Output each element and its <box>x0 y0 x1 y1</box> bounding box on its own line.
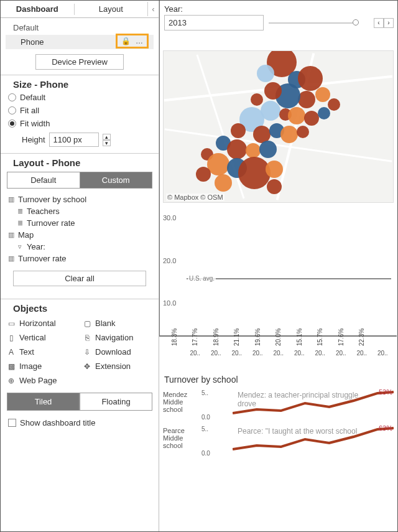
size-title: Size - Phone <box>7 75 152 91</box>
clear-all-button[interactable]: Clear all <box>13 271 146 286</box>
slider-thumb[interactable] <box>353 19 359 26</box>
objects-title: Objects <box>7 299 152 315</box>
vertical-icon: ▯ <box>7 334 16 342</box>
year-next-button[interactable]: › <box>384 18 394 28</box>
tree-turnover-by-school[interactable]: ▥Turnover by school <box>7 194 152 205</box>
map-bubble[interactable] <box>264 82 282 100</box>
tree-turnover-rate-1[interactable]: ≣Turnover rate <box>7 217 152 229</box>
layout-seg-custom[interactable]: Custom <box>80 172 153 189</box>
tiled-button[interactable]: Tiled <box>7 393 80 411</box>
school-mini-axis: 5..0.0 <box>201 388 233 422</box>
show-title-label: Show dashboard title <box>20 418 95 427</box>
school-sparkline: Mendez: a teacher-principal struggle dro… <box>233 388 394 422</box>
school-row[interactable]: Pearce Middle school5..0.0Pearce: "I tau… <box>163 424 394 458</box>
size-opt-fitall-label: Fit all <box>20 106 39 115</box>
map-bubble[interactable] <box>257 65 274 82</box>
checkbox-icon <box>8 419 16 427</box>
tab-layout[interactable]: Layout <box>75 1 148 17</box>
layout-seg-default[interactable]: Default <box>7 172 80 189</box>
text-icon: A <box>7 348 16 357</box>
obj-image[interactable]: ▩Image <box>7 360 76 372</box>
bar-x-label: 20.. <box>228 346 246 357</box>
map-bubble[interactable] <box>267 179 282 194</box>
map-bubble[interactable] <box>251 93 263 106</box>
map-bubble[interactable] <box>259 141 277 158</box>
obj-text[interactable]: AText <box>7 346 76 358</box>
tab-dashboard[interactable]: Dashboard <box>1 1 74 17</box>
step-down-icon[interactable]: ▾ <box>103 140 111 146</box>
map-bubble[interactable] <box>304 111 319 126</box>
obj-label: Text <box>19 347 34 357</box>
map-bubble[interactable] <box>246 143 261 158</box>
map-bubble[interactable] <box>297 126 309 138</box>
tree-turnover-rate-2[interactable]: ▥Turnover rate <box>7 253 152 264</box>
year-label: Year: <box>164 4 394 14</box>
device-default[interactable]: Default <box>6 21 154 35</box>
map-bubble[interactable] <box>231 123 246 138</box>
map-bubble[interactable] <box>227 139 247 159</box>
map-bubble[interactable] <box>238 157 271 189</box>
bar-value-label: 20.0% <box>275 329 282 346</box>
list-icon: ≣ <box>16 207 24 215</box>
device-phone[interactable]: Phone 🔒 … <box>6 35 154 49</box>
collapse-pane-button[interactable]: ‹ <box>147 2 159 16</box>
map-bubble[interactable] <box>288 107 305 124</box>
obj-vertical[interactable]: ▯Vertical <box>7 332 76 343</box>
size-opt-default[interactable]: Default <box>7 91 152 104</box>
more-icon[interactable]: … <box>136 37 143 45</box>
size-opt-fitwidth[interactable]: Fit width <box>7 117 152 130</box>
layout-title: Layout - Phone <box>7 154 152 169</box>
school-row[interactable]: Mendez Middle school5..0.0Mendez: a teac… <box>163 388 394 422</box>
bar-x-label: 20.. <box>208 346 225 357</box>
map-bubble[interactable] <box>280 126 298 143</box>
obj-horizontal[interactable]: ▭Horizontal <box>7 317 76 329</box>
map-attribution: © Mapbox © OSM <box>166 194 224 201</box>
map-bubble[interactable] <box>318 107 330 119</box>
school-name: Mendez Middle school <box>163 388 201 422</box>
turnover-title: Turnover by school <box>164 375 394 385</box>
school-value: 53% <box>379 388 392 396</box>
bar-x-label: 20.. <box>312 346 329 357</box>
obj-download[interactable]: ⇩Download <box>83 346 152 358</box>
map-bubble[interactable] <box>328 98 340 111</box>
step-up-icon[interactable]: ▴ <box>103 134 111 140</box>
size-opt-fitall[interactable]: Fit all <box>7 104 152 117</box>
navigation-icon: ⎘ <box>83 334 91 342</box>
obj-extension[interactable]: ✥Extension <box>83 360 152 372</box>
obj-blank[interactable]: ▢Blank <box>83 317 152 329</box>
year-slider[interactable] <box>269 21 369 26</box>
map-bubble[interactable] <box>298 66 323 91</box>
map-bubble[interactable] <box>266 161 283 178</box>
obj-label: Download <box>95 347 131 357</box>
worksheet-icon: ▥ <box>7 195 16 203</box>
bar-x-label: 20.. <box>353 346 371 357</box>
tree-teachers[interactable]: ≣Teachers <box>7 205 152 217</box>
year-input[interactable]: 2013 <box>164 15 264 30</box>
show-title-checkbox[interactable]: Show dashboard title <box>7 416 152 430</box>
bar-x-label: 20.. <box>374 346 392 357</box>
height-stepper[interactable]: ▴▾ <box>103 134 111 146</box>
map-bubble[interactable] <box>196 167 211 182</box>
filter-icon: ▿ <box>16 243 24 251</box>
tree-label: Map <box>18 230 34 240</box>
floating-button[interactable]: Floating <box>80 393 152 411</box>
size-opt-fitwidth-label: Fit width <box>20 119 50 128</box>
map-bubble[interactable] <box>215 174 232 192</box>
bar-chart[interactable]: 18.3%20..17.7%20..18.9%20..21.1%20..19.6… <box>163 212 394 367</box>
tree-map[interactable]: ▥Map <box>7 229 152 241</box>
lock-icon[interactable]: 🔒 <box>121 37 131 45</box>
device-preview-button[interactable]: Device Preview <box>35 54 124 70</box>
school-value: 63% <box>379 424 392 432</box>
tree-year[interactable]: ▿Year: <box>7 241 152 253</box>
bar-value-label: 17.7% <box>192 329 198 346</box>
map-view[interactable]: © Mapbox © OSM <box>163 50 394 203</box>
height-input[interactable]: 1100 px <box>49 133 99 147</box>
year-prev-button[interactable]: ‹ <box>374 18 384 28</box>
obj-navigation[interactable]: ⎘Navigation <box>83 332 152 343</box>
map-bubble[interactable] <box>298 91 315 108</box>
map-bubble[interactable] <box>315 87 330 102</box>
obj-webpage[interactable]: ⊕Web Page <box>7 375 76 386</box>
school-headline: Mendez: a teacher-principal struggle dro… <box>238 391 375 408</box>
tree-label: Teachers <box>27 207 60 216</box>
bar-value-label: 18.9% <box>213 329 220 346</box>
